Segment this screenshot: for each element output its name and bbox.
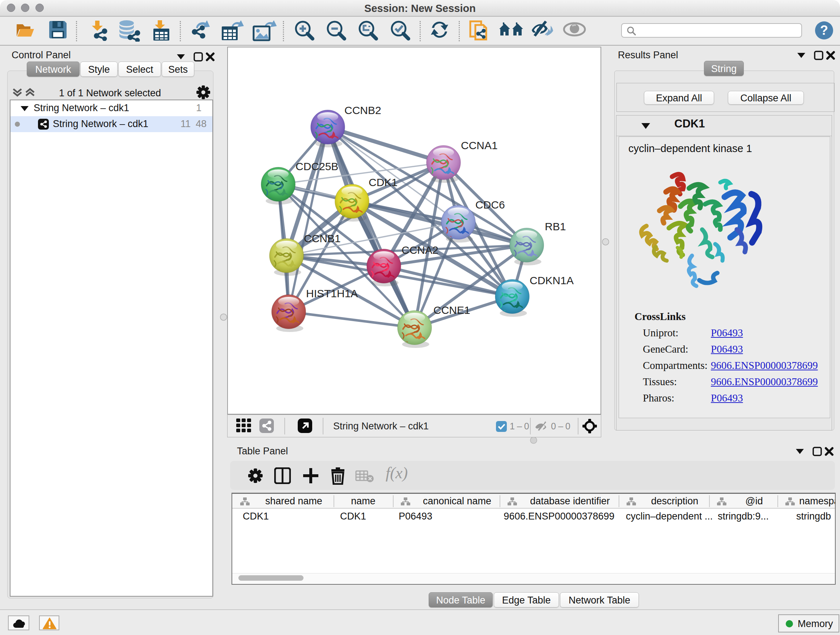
- svg-text:CCNA2: CCNA2: [401, 244, 439, 256]
- svg-text:CCNA1: CCNA1: [461, 139, 498, 151]
- svg-text:CCNE1: CCNE1: [433, 304, 470, 316]
- svg-text:CDK1: CDK1: [369, 176, 398, 188]
- svg-text:CCNB2: CCNB2: [344, 104, 381, 116]
- svg-text:HIST1H1A: HIST1H1A: [306, 287, 358, 299]
- svg-text:RB1: RB1: [545, 220, 566, 233]
- svg-text:CDC6: CDC6: [475, 199, 505, 211]
- svg-text:CDC25B: CDC25B: [295, 160, 338, 172]
- svg-text:CCNB1: CCNB1: [304, 233, 341, 244]
- svg-text:CDKN1A: CDKN1A: [530, 274, 574, 287]
- svg-text:?: ?: [820, 23, 828, 38]
